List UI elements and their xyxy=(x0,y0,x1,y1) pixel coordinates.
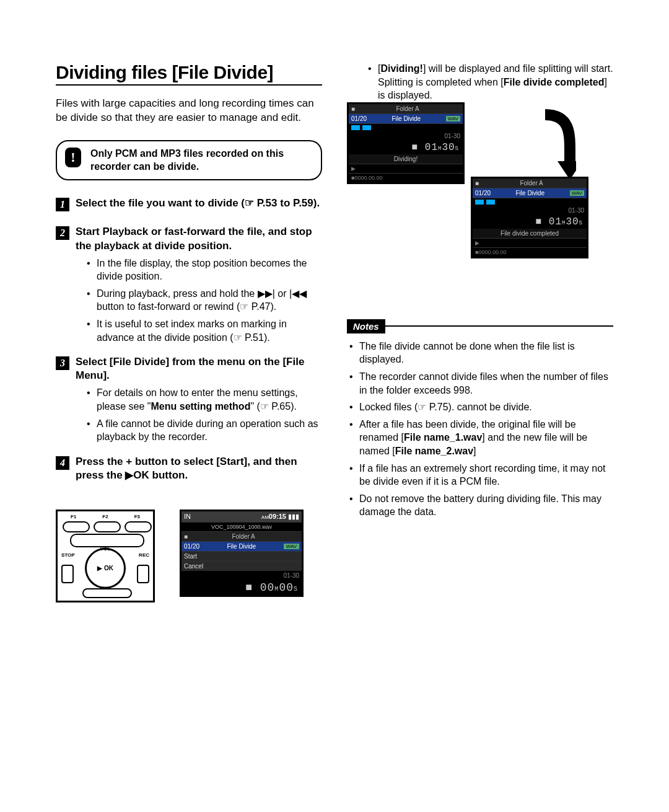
bullet: It is useful to set index marks on marki… xyxy=(87,317,322,344)
fmt: WAV xyxy=(284,544,299,549)
notes-list: The file divide cannot be done when the … xyxy=(347,340,613,519)
f3-label: F3 xyxy=(134,514,140,519)
step: 4Press the + button to select [Start], a… xyxy=(56,455,322,482)
folder: Folder A xyxy=(396,105,419,112)
step: 2Start Playback or fast-forward the file… xyxy=(56,225,322,252)
dividing-screen: ■Folder A 01/20File DivideWAV 01-30 ■ 01… xyxy=(347,102,465,184)
status: Dividing! xyxy=(394,156,418,162)
clock: 09:15 xyxy=(269,513,286,520)
screens-with-arrow: ■Folder A 01/20File DivideWAV 01-30 ■ 01… xyxy=(347,102,613,307)
mode: File Divide xyxy=(516,190,545,196)
note-item: The recorder cannot divide files when th… xyxy=(349,370,613,397)
battery-icon: ▮▮▮ xyxy=(288,513,299,520)
cancel-option: Cancel xyxy=(181,562,302,571)
recorder-illustration: F1 F2 F3 STOP REC VOL xyxy=(56,510,155,602)
step-title: Select the file you want to divide (☞ P.… xyxy=(76,196,320,211)
notes-label: Notes xyxy=(347,319,385,333)
warning-box: ! Only PCM and MP3 files recorded on thi… xyxy=(56,140,322,181)
notes-heading: Notes xyxy=(347,319,613,333)
step: 3Select [File Divide] from the menu on t… xyxy=(56,355,322,382)
bullet: For details on how to enter the menu set… xyxy=(87,386,322,413)
counter: 0000.00.00 xyxy=(478,249,506,255)
note-item: The file divide cannot be done when the … xyxy=(349,340,613,366)
bullet: In the file display, the stop position b… xyxy=(87,257,322,283)
track: 01/20 xyxy=(475,190,491,196)
filename: VOC_100904_1000.wav xyxy=(181,523,302,532)
date: 01-30 xyxy=(444,133,460,139)
ok-button-icon xyxy=(85,548,126,589)
f2-label: F2 xyxy=(102,514,108,519)
track: 01/20 xyxy=(351,115,367,122)
intro-text: Files with large capacities and long rec… xyxy=(56,97,322,125)
step-number: 4 xyxy=(56,456,69,470)
menu-screen: IN AM09:15 ▮▮▮ VOC_100904_1000.wav ■Fold… xyxy=(180,510,304,597)
step-bullets: For details on how to enter the menu set… xyxy=(87,386,322,443)
note-item: After a file has been divide, the origin… xyxy=(349,418,613,458)
date: 01-30 xyxy=(283,572,299,579)
step: 1Select the file you want to divide (☞ P… xyxy=(56,196,322,211)
counter: 0000.00.00 xyxy=(354,175,382,181)
step-bullets: In the file display, the stop position b… xyxy=(87,257,322,345)
dividing-result-text: [Dividing!] will be displayed and file s… xyxy=(378,62,613,102)
note-item: Locked files (☞ P.75). cannot be divide. xyxy=(349,400,613,414)
fmt: WAV xyxy=(446,116,460,121)
date: 01-30 xyxy=(568,207,584,214)
warning-text: Only PCM and MP3 files recorded on this … xyxy=(90,148,284,172)
exclamation-icon: ! xyxy=(65,148,81,167)
folder: Folder A xyxy=(520,180,543,187)
manual-page: Dividing files [File Divide] Files with … xyxy=(0,0,669,812)
note-item: Do not remove the battery during dividin… xyxy=(349,492,613,519)
status: File divide completed xyxy=(501,230,559,237)
note-item: If a file has an extremely short recordi… xyxy=(349,462,613,488)
stop-label: STOP xyxy=(61,552,75,558)
bullet: During playback, press and hold the ▶▶| … xyxy=(87,287,322,314)
step-number: 3 xyxy=(56,356,69,370)
start-option: Start xyxy=(181,552,302,562)
step-number: 2 xyxy=(56,226,69,240)
fmt: WAV xyxy=(570,190,584,196)
section-title: Dividing files [File Divide] xyxy=(56,62,322,86)
track: 01/20 xyxy=(184,543,199,550)
step-title: Start Playback or fast-forward the file,… xyxy=(76,225,322,252)
f1-label: F1 xyxy=(71,514,76,519)
step-title: Select [File Divide] from the menu on th… xyxy=(76,355,322,382)
folder: Folder A xyxy=(232,533,255,540)
mode: File Divide xyxy=(227,543,256,550)
steps-list: 1Select the file you want to divide (☞ P… xyxy=(56,196,322,496)
bigtime: 00M00S xyxy=(260,581,298,594)
bullet: A file cannot be divide during an operat… xyxy=(87,417,322,444)
mode: File Divide xyxy=(392,115,421,122)
rec-label: REC xyxy=(139,552,149,558)
right-column: [Dividing!] will be displayed and file s… xyxy=(347,62,613,602)
step-title: Press the + button to select [Start], an… xyxy=(76,455,322,482)
left-column: Dividing files [File Divide] Files with … xyxy=(56,62,322,602)
step-number: 1 xyxy=(56,198,69,211)
card-indicator: IN xyxy=(184,513,191,520)
figure-row: F1 F2 F3 STOP REC VOL xyxy=(56,510,322,602)
completed-screen: ■Folder A 01/20File DivideWAV 01-30 ■ 01… xyxy=(471,177,588,258)
